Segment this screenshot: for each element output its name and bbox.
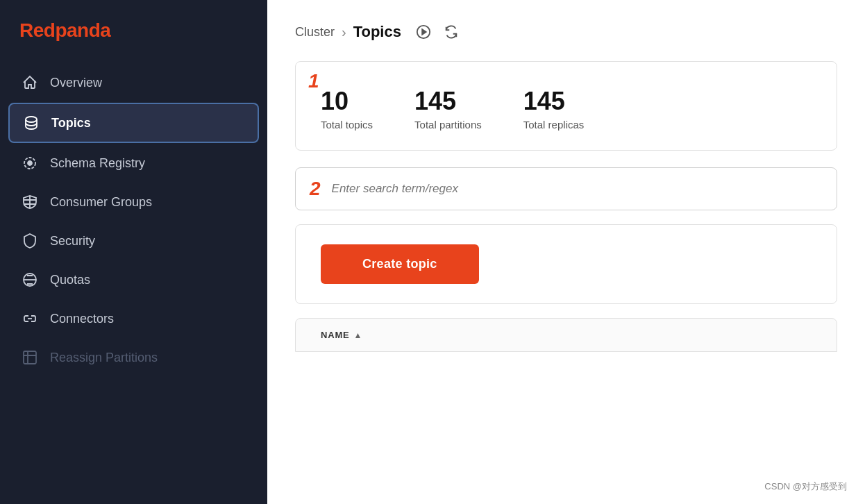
breadcrumb-current: Topics [353,23,401,41]
home-icon [21,74,39,92]
main-content: Cluster › Topics 1 10 Total topi [267,0,865,504]
connectors-icon [21,310,39,328]
svg-marker-8 [422,29,426,34]
security-icon [21,232,39,250]
sort-icon[interactable]: ▲ [353,330,362,340]
stat-value-partitions: 145 [414,87,482,116]
stat-value-replicas: 145 [523,87,585,116]
sidebar-item-schema-registry[interactable]: Schema Registry [8,144,259,182]
sidebar-item-connectors[interactable]: Connectors [8,300,259,337]
stat-label-replicas: Total replicas [523,119,585,131]
create-panel: Create topic [295,224,837,304]
search-annotation: 2 [310,179,321,199]
sidebar-nav: Overview Topics Schema Reg [0,64,267,376]
sidebar-item-quotas[interactable]: Quotas [8,261,259,299]
sidebar-item-consumer-groups[interactable]: Consumer Groups [8,183,259,221]
sidebar-item-label-connectors: Connectors [50,312,114,326]
sidebar-item-label-overview: Overview [50,76,102,90]
logo: Redpanda [0,0,267,64]
search-container: 2 [295,167,837,210]
breadcrumb: Cluster › Topics [295,22,837,42]
sidebar-item-label-quotas: Quotas [50,273,90,287]
breadcrumb-actions [414,22,461,42]
refresh-icon[interactable] [442,22,461,42]
stat-total-partitions: 145 Total partitions [414,81,482,131]
search-input[interactable] [332,182,823,196]
consumer-icon [21,193,39,211]
stat-value-topics: 10 [321,87,373,116]
stat-label-topics: Total topics [321,119,373,131]
sidebar-item-label-topics: Topics [51,116,91,131]
sidebar-item-topics[interactable]: Topics [8,103,259,143]
play-icon[interactable] [414,22,433,42]
create-topic-button[interactable]: Create topic [321,244,479,284]
breadcrumb-separator: › [342,24,346,40]
column-name-label: NAME [321,330,349,340]
sidebar-item-label-schema: Schema Registry [50,156,145,171]
topics-icon [22,114,40,132]
svg-point-3 [29,162,31,165]
stat-label-partitions: Total partitions [414,119,482,131]
sidebar-item-label-security: Security [50,234,95,249]
sidebar: Redpanda Overview Topics [0,0,267,504]
sidebar-item-label-consumer: Consumer Groups [50,195,152,210]
schema-icon [21,154,39,172]
quotas-icon [21,271,39,289]
stat-total-replicas: 145 Total replicas [523,81,585,131]
svg-point-0 [26,117,37,122]
reassign-icon [21,348,39,367]
sidebar-item-label-reassign: Reassign Partitions [50,351,158,365]
sidebar-item-overview[interactable]: Overview [8,64,259,101]
column-name: NAME ▲ [321,330,362,340]
table-header: NAME ▲ [295,318,837,352]
sidebar-item-security[interactable]: Security [8,222,259,260]
sidebar-item-reassign[interactable]: Reassign Partitions [8,339,259,376]
stats-annotation: 1 [308,70,319,92]
breadcrumb-cluster: Cluster [295,25,335,40]
stats-panel: 1 10 Total topics 145 Total partitions 1… [295,61,837,151]
watermark: CSDN @对方感受到 [760,479,851,494]
logo-text: Redpanda [19,19,110,41]
stat-total-topics: 10 Total topics [321,81,373,131]
